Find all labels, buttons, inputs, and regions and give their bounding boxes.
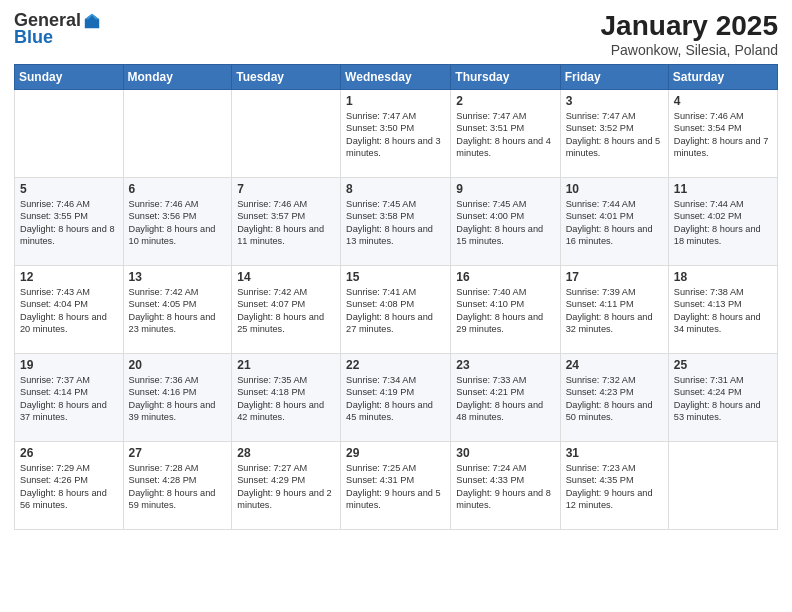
day-info: Sunrise: 7:35 AMSunset: 4:18 PMDaylight:… (237, 374, 335, 424)
day-cell: 15Sunrise: 7:41 AMSunset: 4:08 PMDayligh… (341, 266, 451, 354)
day-cell: 13Sunrise: 7:42 AMSunset: 4:05 PMDayligh… (123, 266, 232, 354)
day-cell: 5Sunrise: 7:46 AMSunset: 3:55 PMDaylight… (15, 178, 124, 266)
col-header-sunday: Sunday (15, 65, 124, 90)
day-cell: 26Sunrise: 7:29 AMSunset: 4:26 PMDayligh… (15, 442, 124, 530)
day-cell: 17Sunrise: 7:39 AMSunset: 4:11 PMDayligh… (560, 266, 668, 354)
day-cell: 24Sunrise: 7:32 AMSunset: 4:23 PMDayligh… (560, 354, 668, 442)
day-cell (668, 442, 777, 530)
day-info: Sunrise: 7:33 AMSunset: 4:21 PMDaylight:… (456, 374, 554, 424)
svg-marker-0 (85, 13, 99, 27)
logo-blue: Blue (14, 27, 53, 48)
week-row-5: 26Sunrise: 7:29 AMSunset: 4:26 PMDayligh… (15, 442, 778, 530)
day-info: Sunrise: 7:24 AMSunset: 4:33 PMDaylight:… (456, 462, 554, 512)
day-cell: 3Sunrise: 7:47 AMSunset: 3:52 PMDaylight… (560, 90, 668, 178)
day-cell: 19Sunrise: 7:37 AMSunset: 4:14 PMDayligh… (15, 354, 124, 442)
day-number: 25 (674, 358, 772, 372)
day-info: Sunrise: 7:41 AMSunset: 4:08 PMDaylight:… (346, 286, 445, 336)
day-cell: 21Sunrise: 7:35 AMSunset: 4:18 PMDayligh… (232, 354, 341, 442)
day-number: 8 (346, 182, 445, 196)
day-number: 22 (346, 358, 445, 372)
day-info: Sunrise: 7:31 AMSunset: 4:24 PMDaylight:… (674, 374, 772, 424)
day-info: Sunrise: 7:32 AMSunset: 4:23 PMDaylight:… (566, 374, 663, 424)
week-row-4: 19Sunrise: 7:37 AMSunset: 4:14 PMDayligh… (15, 354, 778, 442)
day-cell: 1Sunrise: 7:47 AMSunset: 3:50 PMDaylight… (341, 90, 451, 178)
week-row-3: 12Sunrise: 7:43 AMSunset: 4:04 PMDayligh… (15, 266, 778, 354)
day-cell (232, 90, 341, 178)
page: General Blue January 2025 Pawonkow, Sile… (0, 0, 792, 612)
calendar: SundayMondayTuesdayWednesdayThursdayFrid… (14, 64, 778, 530)
day-info: Sunrise: 7:42 AMSunset: 4:05 PMDaylight:… (129, 286, 227, 336)
day-number: 31 (566, 446, 663, 460)
day-number: 15 (346, 270, 445, 284)
day-number: 26 (20, 446, 118, 460)
day-cell (123, 90, 232, 178)
day-info: Sunrise: 7:36 AMSunset: 4:16 PMDaylight:… (129, 374, 227, 424)
day-info: Sunrise: 7:43 AMSunset: 4:04 PMDaylight:… (20, 286, 118, 336)
day-cell: 11Sunrise: 7:44 AMSunset: 4:02 PMDayligh… (668, 178, 777, 266)
day-number: 9 (456, 182, 554, 196)
day-cell: 16Sunrise: 7:40 AMSunset: 4:10 PMDayligh… (451, 266, 560, 354)
day-cell: 28Sunrise: 7:27 AMSunset: 4:29 PMDayligh… (232, 442, 341, 530)
day-info: Sunrise: 7:25 AMSunset: 4:31 PMDaylight:… (346, 462, 445, 512)
day-number: 14 (237, 270, 335, 284)
day-number: 13 (129, 270, 227, 284)
day-info: Sunrise: 7:38 AMSunset: 4:13 PMDaylight:… (674, 286, 772, 336)
day-info: Sunrise: 7:39 AMSunset: 4:11 PMDaylight:… (566, 286, 663, 336)
day-info: Sunrise: 7:45 AMSunset: 4:00 PMDaylight:… (456, 198, 554, 248)
day-number: 11 (674, 182, 772, 196)
logo: General Blue (14, 10, 101, 48)
header: General Blue January 2025 Pawonkow, Sile… (14, 10, 778, 58)
day-number: 27 (129, 446, 227, 460)
day-info: Sunrise: 7:44 AMSunset: 4:01 PMDaylight:… (566, 198, 663, 248)
day-number: 3 (566, 94, 663, 108)
day-info: Sunrise: 7:29 AMSunset: 4:26 PMDaylight:… (20, 462, 118, 512)
day-cell: 29Sunrise: 7:25 AMSunset: 4:31 PMDayligh… (341, 442, 451, 530)
day-cell (15, 90, 124, 178)
day-number: 16 (456, 270, 554, 284)
day-info: Sunrise: 7:46 AMSunset: 3:54 PMDaylight:… (674, 110, 772, 160)
day-cell: 2Sunrise: 7:47 AMSunset: 3:51 PMDaylight… (451, 90, 560, 178)
col-header-monday: Monday (123, 65, 232, 90)
col-header-friday: Friday (560, 65, 668, 90)
day-cell: 22Sunrise: 7:34 AMSunset: 4:19 PMDayligh… (341, 354, 451, 442)
day-number: 12 (20, 270, 118, 284)
col-header-tuesday: Tuesday (232, 65, 341, 90)
day-number: 7 (237, 182, 335, 196)
col-header-wednesday: Wednesday (341, 65, 451, 90)
day-number: 24 (566, 358, 663, 372)
day-info: Sunrise: 7:45 AMSunset: 3:58 PMDaylight:… (346, 198, 445, 248)
day-cell: 23Sunrise: 7:33 AMSunset: 4:21 PMDayligh… (451, 354, 560, 442)
day-number: 20 (129, 358, 227, 372)
day-number: 18 (674, 270, 772, 284)
day-number: 28 (237, 446, 335, 460)
day-number: 5 (20, 182, 118, 196)
day-cell: 6Sunrise: 7:46 AMSunset: 3:56 PMDaylight… (123, 178, 232, 266)
day-number: 21 (237, 358, 335, 372)
day-info: Sunrise: 7:37 AMSunset: 4:14 PMDaylight:… (20, 374, 118, 424)
day-info: Sunrise: 7:47 AMSunset: 3:50 PMDaylight:… (346, 110, 445, 160)
day-info: Sunrise: 7:27 AMSunset: 4:29 PMDaylight:… (237, 462, 335, 512)
main-title: January 2025 (601, 10, 778, 42)
day-number: 19 (20, 358, 118, 372)
day-info: Sunrise: 7:40 AMSunset: 4:10 PMDaylight:… (456, 286, 554, 336)
day-info: Sunrise: 7:42 AMSunset: 4:07 PMDaylight:… (237, 286, 335, 336)
day-cell: 14Sunrise: 7:42 AMSunset: 4:07 PMDayligh… (232, 266, 341, 354)
col-header-thursday: Thursday (451, 65, 560, 90)
day-info: Sunrise: 7:46 AMSunset: 3:56 PMDaylight:… (129, 198, 227, 248)
day-number: 29 (346, 446, 445, 460)
subtitle: Pawonkow, Silesia, Poland (601, 42, 778, 58)
day-cell: 9Sunrise: 7:45 AMSunset: 4:00 PMDaylight… (451, 178, 560, 266)
day-number: 10 (566, 182, 663, 196)
day-cell: 27Sunrise: 7:28 AMSunset: 4:28 PMDayligh… (123, 442, 232, 530)
col-header-saturday: Saturday (668, 65, 777, 90)
header-row: SundayMondayTuesdayWednesdayThursdayFrid… (15, 65, 778, 90)
day-cell: 4Sunrise: 7:46 AMSunset: 3:54 PMDaylight… (668, 90, 777, 178)
day-cell: 10Sunrise: 7:44 AMSunset: 4:01 PMDayligh… (560, 178, 668, 266)
day-cell: 25Sunrise: 7:31 AMSunset: 4:24 PMDayligh… (668, 354, 777, 442)
day-cell: 30Sunrise: 7:24 AMSunset: 4:33 PMDayligh… (451, 442, 560, 530)
day-number: 17 (566, 270, 663, 284)
day-number: 23 (456, 358, 554, 372)
day-number: 30 (456, 446, 554, 460)
day-info: Sunrise: 7:34 AMSunset: 4:19 PMDaylight:… (346, 374, 445, 424)
title-block: January 2025 Pawonkow, Silesia, Poland (601, 10, 778, 58)
